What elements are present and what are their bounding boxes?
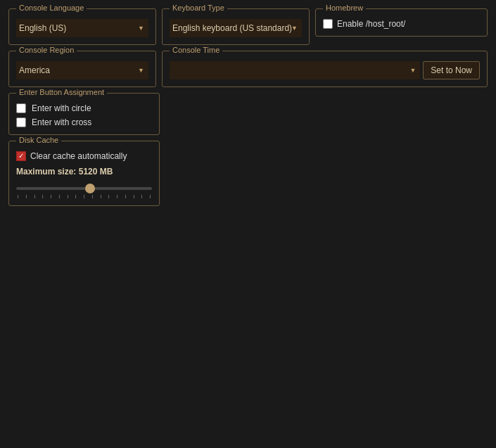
enter-button-assignment-group: Enter Button Assignment Enter with circl…: [8, 93, 160, 135]
enter-cross-label: Enter with cross: [32, 117, 91, 127]
console-region-select[interactable]: America: [16, 61, 148, 79]
homebrew-checkbox-label: Enable /host_root/: [337, 19, 405, 29]
clear-cache-checkbox[interactable]: [16, 151, 26, 161]
enter-button-assignment-label: Enter Button Assignment: [16, 88, 107, 96]
slider-tick: [68, 195, 68, 198]
enter-cross-row: Enter with cross: [16, 117, 152, 127]
slider-tick: [51, 195, 51, 198]
slider-tick: [150, 195, 151, 198]
disk-cache-slider-container: [16, 182, 152, 198]
console-language-select[interactable]: English (US): [16, 19, 148, 37]
row-1: Console Language English (US) Keyboard T…: [8, 8, 488, 45]
slider-tick: [34, 195, 35, 198]
disk-cache-slider[interactable]: [16, 187, 152, 190]
slider-tick: [108, 195, 109, 198]
max-size-value: 5120 MB: [79, 167, 113, 177]
set-now-button[interactable]: Set to Now: [423, 61, 480, 79]
enter-circle-label: Enter with circle: [32, 103, 91, 113]
slider-tick: [117, 195, 117, 198]
max-size-row: Maximum size: 5120 MB: [16, 167, 152, 177]
keyboard-type-label: Keyboard Type: [170, 4, 227, 12]
row-3: Enter Button Assignment Enter with circl…: [8, 93, 488, 135]
slider-tick: [141, 195, 142, 198]
keyboard-type-group: Keyboard Type English keyboard (US stand…: [162, 8, 310, 45]
slider-tick: [84, 195, 84, 198]
clear-cache-label: Clear cache automatically: [30, 151, 127, 161]
clear-cache-row: Clear cache automatically: [16, 151, 152, 161]
max-size-text: Maximum size:: [16, 167, 76, 177]
console-language-label: Console Language: [16, 4, 87, 12]
console-region-group: Console Region America: [8, 51, 156, 87]
slider-tick: [59, 195, 60, 198]
homebrew-row: Enable /host_root/: [323, 19, 480, 29]
slider-tick: [125, 195, 126, 198]
slider-tick: [92, 195, 93, 198]
main-container: Console Language English (US) Keyboard T…: [0, 0, 496, 215]
keyboard-type-select-wrapper: English keyboard (US standard): [170, 19, 302, 37]
keyboard-type-select[interactable]: English keyboard (US standard): [170, 19, 302, 37]
slider-tick: [134, 195, 134, 198]
disk-cache-group: Disk Cache Clear cache automatically Max…: [8, 141, 160, 206]
homebrew-label: Homebrew: [323, 4, 366, 12]
enter-circle-checkbox[interactable]: [16, 103, 26, 113]
console-language-select-wrapper: English (US): [16, 19, 148, 37]
console-time-select-wrapper: [170, 61, 420, 79]
console-language-group: Console Language English (US): [8, 8, 156, 45]
slider-tick: [75, 195, 76, 198]
row-2: Console Region America Console Time Set …: [8, 51, 488, 87]
enter-circle-row: Enter with circle: [16, 103, 152, 113]
slider-tick: [101, 195, 101, 198]
console-time-select[interactable]: [170, 61, 420, 79]
disk-cache-label: Disk Cache: [16, 136, 61, 144]
console-time-inner: Set to Now: [170, 61, 480, 79]
console-time-group: Console Time Set to Now: [162, 51, 488, 87]
console-time-label: Console Time: [170, 46, 222, 54]
slider-tick: [42, 195, 43, 198]
row-4: Disk Cache Clear cache automatically Max…: [8, 141, 488, 206]
homebrew-checkbox[interactable]: [323, 19, 333, 29]
slider-tick: [18, 195, 18, 198]
enter-cross-checkbox[interactable]: [16, 117, 26, 127]
slider-ticks: [16, 195, 152, 198]
slider-tick: [26, 195, 27, 198]
console-region-label: Console Region: [16, 46, 77, 54]
homebrew-group: Homebrew Enable /host_root/: [315, 8, 488, 37]
console-region-select-wrapper: America: [16, 61, 148, 79]
